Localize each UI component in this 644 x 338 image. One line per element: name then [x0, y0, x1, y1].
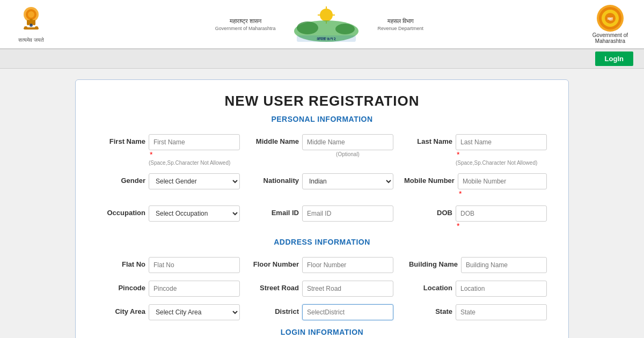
- center-logo-area: महाराष्ट्र शासन Government of Maharashtr…: [215, 5, 423, 43]
- nationality-label: Nationality: [251, 173, 299, 185]
- building-input[interactable]: [461, 257, 547, 273]
- svg-rect-4: [33, 20, 35, 25]
- state-input[interactable]: [456, 304, 547, 320]
- left-logo: सत्यमेव जयते: [16, 5, 46, 43]
- first-name-group: First Name * (Space,Sp.Character Not All…: [97, 134, 240, 166]
- occupation-select[interactable]: Select Occupation Business Service Agric…: [149, 205, 240, 222]
- pincode-input[interactable]: [149, 281, 240, 297]
- login-button[interactable]: LogIn: [595, 52, 633, 66]
- dob-group: DOB *: [404, 205, 547, 230]
- flat-label: Flat No: [97, 257, 145, 268]
- last-name-hint: (Space,Sp.Character Not Allowed): [456, 160, 547, 166]
- email-input[interactable]: [302, 205, 393, 222]
- right-text2: Maharashtra: [595, 38, 625, 44]
- city-group: City Area Select City Area: [97, 304, 240, 320]
- street-label: Street Road: [251, 281, 299, 292]
- email-label: Email ID: [251, 205, 299, 217]
- occupation-group: Occupation Select Occupation Business Se…: [97, 205, 240, 230]
- flat-group: Flat No: [97, 257, 240, 273]
- state-field-wrapper: [456, 304, 547, 320]
- state-group: State: [404, 304, 547, 320]
- first-name-input[interactable]: [149, 134, 240, 150]
- svg-rect-3: [27, 20, 30, 25]
- center-logo-icon: अपला ७/१२: [286, 5, 367, 43]
- personal-row-1: First Name * (Space,Sp.Character Not All…: [97, 134, 547, 166]
- mobile-label: Mobile Number: [404, 173, 455, 185]
- personal-row-3: Occupation Select Occupation Business Se…: [97, 205, 547, 230]
- middle-name-label: Middle Name: [251, 134, 299, 145]
- main-content: NEW USER REGISTRATION PERSONAL INFORMATI…: [0, 69, 644, 338]
- gov-maharashtra-text: महाराष्ट्र शासन Government of Maharashtr…: [215, 18, 276, 31]
- svg-point-10: [320, 9, 333, 21]
- building-field-wrapper: [461, 257, 547, 273]
- district-label: District: [251, 304, 299, 315]
- last-name-input[interactable]: [456, 134, 547, 150]
- dob-required: *: [457, 222, 459, 230]
- street-group: Street Road: [251, 281, 393, 297]
- street-field-wrapper: [302, 281, 393, 297]
- district-group: District: [251, 304, 393, 320]
- nationality-select[interactable]: Indian Other: [302, 173, 393, 189]
- email-field-wrapper: [302, 205, 393, 222]
- gender-label: Gender: [97, 173, 145, 185]
- dob-input[interactable]: [456, 205, 547, 222]
- svg-point-17: [335, 24, 355, 34]
- district-field-wrapper: [302, 304, 393, 320]
- building-group: Building Name: [404, 257, 547, 273]
- mobile-input[interactable]: [458, 173, 547, 189]
- floor-input[interactable]: [302, 257, 393, 273]
- login-info-section-title: LOGIN INFORMATION: [97, 328, 547, 336]
- ashoka-emblem-icon: [16, 5, 46, 37]
- last-name-group: Last Name * (Space,Sp.Character Not Allo…: [404, 134, 547, 166]
- personal-info-section-title: PERSONAL INFORMATION: [97, 115, 547, 123]
- occupation-field-wrapper: Select Occupation Business Service Agric…: [149, 205, 240, 222]
- header: सत्यमेव जयते महाराष्ट्र शासन Government …: [0, 0, 644, 49]
- last-name-label: Last Name: [404, 134, 452, 145]
- flat-field-wrapper: [149, 257, 240, 273]
- svg-text:महा: महा: [607, 17, 613, 21]
- svg-point-9: [35, 26, 38, 28]
- navbar: LogIn: [0, 49, 644, 69]
- mobile-field-wrapper: *: [458, 173, 547, 198]
- gender-field-wrapper: Select Gender Male Female Other: [149, 173, 240, 189]
- email-group: Email ID: [251, 205, 393, 230]
- svg-text:अपला ७/१२: अपला ७/१२: [317, 36, 336, 41]
- location-label: Location: [404, 281, 452, 292]
- building-label: Building Name: [404, 257, 458, 268]
- last-name-field-wrapper: * (Space,Sp.Character Not Allowed): [456, 134, 547, 166]
- gender-select[interactable]: Select Gender Male Female Other: [149, 173, 240, 189]
- street-input[interactable]: [302, 281, 393, 297]
- state-label: State: [404, 304, 452, 315]
- nationality-field-wrapper: Indian Other: [302, 173, 393, 189]
- location-input[interactable]: [456, 281, 547, 297]
- city-label: City Area: [97, 304, 145, 315]
- gender-group: Gender Select Gender Male Female Other: [97, 173, 240, 198]
- city-field-wrapper: Select City Area: [149, 304, 240, 320]
- last-name-required: *: [457, 150, 459, 159]
- left-emblem-text: सत्यमेव जयते: [18, 37, 44, 43]
- floor-field-wrapper: [302, 257, 393, 273]
- address-row-3: City Area Select City Area District Stat…: [97, 304, 547, 320]
- location-group: Location: [404, 281, 547, 297]
- middle-name-field-wrapper: (Optional): [302, 134, 393, 157]
- svg-point-2: [28, 11, 34, 18]
- dob-field-wrapper: *: [456, 205, 547, 230]
- middle-name-group: Middle Name (Optional): [251, 134, 393, 166]
- right-text1: Government of: [592, 32, 628, 38]
- pincode-field-wrapper: [149, 281, 240, 297]
- location-field-wrapper: [456, 281, 547, 297]
- floor-label: Floor Number: [251, 257, 299, 268]
- svg-point-6: [30, 24, 33, 27]
- flat-input[interactable]: [149, 257, 240, 273]
- city-select[interactable]: Select City Area: [149, 304, 240, 320]
- mobile-group: Mobile Number *: [404, 173, 547, 198]
- personal-row-2: Gender Select Gender Male Female Other N…: [97, 173, 547, 198]
- district-input[interactable]: [302, 304, 393, 320]
- page-title: NEW USER REGISTRATION: [97, 93, 547, 109]
- middle-name-input[interactable]: [302, 134, 393, 150]
- address-row-2: Pincode Street Road Location: [97, 281, 547, 297]
- registration-form-card: NEW USER REGISTRATION PERSONAL INFORMATI…: [75, 79, 569, 338]
- address-row-1: Flat No Floor Number Building Name: [97, 257, 547, 273]
- mobile-required: *: [459, 189, 462, 198]
- first-name-field-wrapper: * (Space,Sp.Character Not Allowed): [149, 134, 240, 166]
